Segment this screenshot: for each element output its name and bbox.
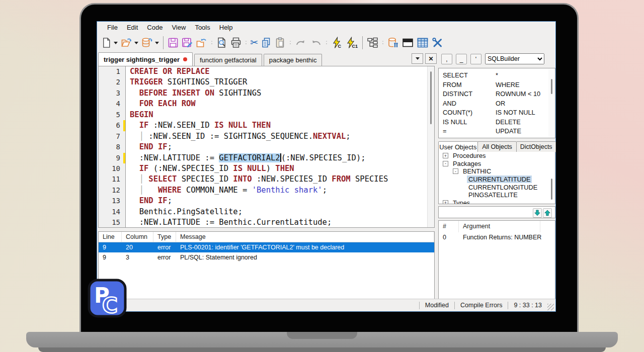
- menu-item-code[interactable]: Code: [142, 22, 167, 33]
- cut-icon[interactable]: ✂: [249, 35, 259, 50]
- code-line[interactable]: 9 :NEW.LATITUDE := GETFACTORIAL2(:NEW.SP…: [99, 153, 434, 163]
- error-row[interactable]: 93errorPL/SQL: Statement ignored: [99, 252, 434, 262]
- revert-icon[interactable]: [194, 35, 209, 50]
- keyword-item[interactable]: OR: [496, 99, 546, 109]
- menu-item-view[interactable]: View: [167, 22, 190, 33]
- editor-tabs: trigger sightings_triggerfunction getfac…: [98, 52, 324, 66]
- tree-item-currentlatitude[interactable]: CURRENTLATITUDE: [439, 175, 555, 184]
- keyword-item[interactable]: SELECT: [443, 71, 496, 80]
- menu-item-file[interactable]: File: [103, 22, 122, 33]
- editor-scrollbar[interactable]: [427, 66, 434, 227]
- code-line[interactable]: 8 END IF;: [99, 142, 434, 152]
- hierarchy-icon[interactable]: [365, 35, 380, 50]
- print-preview-icon[interactable]: [215, 35, 229, 50]
- code-line[interactable]: 12 │ WHERE COMMON_NAME = 'Benthic shark'…: [99, 185, 434, 196]
- open-file-icon[interactable]: [119, 35, 134, 50]
- quick-insert-button[interactable]: _: [456, 54, 467, 64]
- menu-item-tools[interactable]: Tools: [190, 22, 214, 33]
- open-database-icon[interactable]: [140, 35, 154, 50]
- keyword-item[interactable]: ROWNUM < 10: [496, 90, 546, 99]
- expand-icon[interactable]: +: [443, 153, 448, 158]
- print-icon[interactable]: [229, 35, 243, 50]
- argument-number: 0: [439, 232, 459, 243]
- code-line[interactable]: 1CREATE OR REPLACE: [99, 66, 434, 77]
- redo-icon[interactable]: [293, 35, 308, 50]
- keyword-item[interactable]: FROM: [443, 80, 496, 90]
- collapse-icon[interactable]: -: [453, 168, 458, 174]
- line-number: 4: [99, 99, 126, 109]
- keyword-item[interactable]: WHERE: [496, 80, 546, 90]
- keyword-item[interactable]: =: [443, 127, 496, 136]
- navigate-down-button[interactable]: [533, 208, 542, 218]
- tab-list-dropdown-button[interactable]: [412, 53, 423, 64]
- tab-dictobjects[interactable]: DictObjects: [516, 141, 556, 152]
- execute-icon[interactable]: C: [330, 35, 344, 50]
- code-line[interactable]: 3 BEFORE INSERT ON SIGHTINGS: [99, 88, 434, 99]
- tree-item-packages[interactable]: -Packages: [439, 160, 555, 168]
- code-line[interactable]: 7 │ :NEW.SEEN_ID := SIGHTINGS_SEQUENCE.N…: [99, 131, 434, 142]
- undo-icon[interactable]: [308, 35, 324, 50]
- new-file-dropdown-icon[interactable]: [114, 42, 118, 46]
- code-line[interactable]: 13 END IF;: [99, 196, 434, 206]
- tree-item-currentlongitude[interactable]: CURRENTLONGITUDE: [439, 183, 555, 191]
- open-file-dropdown-icon[interactable]: [134, 42, 138, 46]
- preferences-icon[interactable]: [430, 35, 445, 50]
- save-icon[interactable]: [166, 35, 180, 50]
- builder-select[interactable]: SQLBuilder: [485, 53, 544, 64]
- database-tools-icon[interactable]: [386, 35, 400, 50]
- svg-text:C1: C1: [352, 44, 358, 49]
- quick-insert-button[interactable]: ': [470, 54, 481, 64]
- code-line[interactable]: 11 │ SELECT SPECIES_ID INTO :NEW.SPECIES…: [99, 174, 434, 185]
- editor-scrollbar-thumb[interactable]: [430, 71, 432, 124]
- resize-grip-icon[interactable]: [547, 304, 554, 310]
- data-grid-icon[interactable]: [415, 35, 430, 50]
- keyword-item[interactable]: DELETE: [496, 118, 546, 127]
- collapse-icon[interactable]: -: [443, 161, 448, 166]
- tab-package-benthic[interactable]: package benthic: [264, 54, 323, 66]
- code-line[interactable]: 5BEGIN: [99, 110, 434, 120]
- menu-item-edit[interactable]: Edit: [122, 22, 142, 33]
- tree-item-types[interactable]: +Types: [439, 199, 555, 204]
- expand-icon[interactable]: +: [443, 200, 448, 204]
- keyword-item[interactable]: UPDATE: [496, 127, 546, 136]
- execute-single-icon[interactable]: C1: [344, 35, 360, 50]
- code-line[interactable]: 6 IF :NEW.SEEN_ID IS NULL THEN: [99, 120, 434, 131]
- code-line[interactable]: 15 :NEW.LATITUDE := Benthic.CurrentLatit…: [99, 217, 434, 228]
- keyword-scrollbar-thumb[interactable]: [551, 79, 552, 94]
- argument-row[interactable]: 0 Function Returns: NUMBER: [439, 232, 555, 243]
- keyword-item[interactable]: IS NOT NULL: [496, 108, 546, 118]
- new-file-icon[interactable]: [100, 35, 113, 50]
- window-split-icon[interactable]: [400, 35, 415, 50]
- tree-scrollbar[interactable]: [548, 152, 554, 203]
- save-as-icon[interactable]: [180, 35, 194, 50]
- tree-scrollbar-thumb[interactable]: [551, 179, 552, 200]
- toolbar-separator: [290, 41, 291, 45]
- paste-icon[interactable]: [273, 35, 287, 50]
- code-line[interactable]: 2TRIGGER SIGHTINGS_TRIGGER: [99, 77, 434, 87]
- code-line[interactable]: 10 IF (:NEW.SPECIES_ID IS NULL) THEN: [99, 163, 434, 174]
- tree-item-procedures[interactable]: +Procedures: [439, 152, 555, 160]
- keyword-panel-scrollbar[interactable]: [548, 69, 554, 137]
- menu-item-help[interactable]: Help: [215, 22, 237, 33]
- tab-function-getfactorial[interactable]: function getfactorial: [194, 54, 262, 66]
- modified-dot-icon: [183, 57, 187, 61]
- keyword-item[interactable]: DISTINCT: [443, 90, 496, 99]
- copy-icon[interactable]: [259, 35, 273, 50]
- code-line[interactable]: 14 Benthic.PingSatellite;: [99, 207, 434, 217]
- navigate-up-button[interactable]: [543, 208, 552, 218]
- tab-user-objects[interactable]: User Objects: [438, 141, 478, 152]
- keyword-item[interactable]: IS NULL: [443, 118, 496, 127]
- code-editor[interactable]: 1CREATE OR REPLACE2TRIGGER SIGHTINGS_TRI…: [98, 66, 435, 228]
- quick-insert-button[interactable]: ,: [441, 54, 452, 64]
- tab-trigger-sightings_trigger[interactable]: trigger sightings_trigger: [98, 52, 193, 66]
- keyword-item[interactable]: COUNT(*): [443, 108, 496, 118]
- keyword-item[interactable]: *: [496, 71, 546, 80]
- tab-all-objects[interactable]: All Objects: [477, 141, 517, 152]
- open-database-dropdown-icon[interactable]: [155, 42, 159, 46]
- tree-item-pingsatellite[interactable]: PINGSATELLITE: [439, 191, 555, 199]
- keyword-item[interactable]: AND: [443, 99, 496, 109]
- code-line[interactable]: 4 FOR EACH ROW: [99, 99, 434, 109]
- close-tab-button[interactable]: ✕: [425, 53, 437, 64]
- error-row[interactable]: 920errorPLS-00201: identifier 'GETFACTOR…: [99, 242, 434, 252]
- tree-item-benthic[interactable]: -BENTHIC: [439, 167, 555, 175]
